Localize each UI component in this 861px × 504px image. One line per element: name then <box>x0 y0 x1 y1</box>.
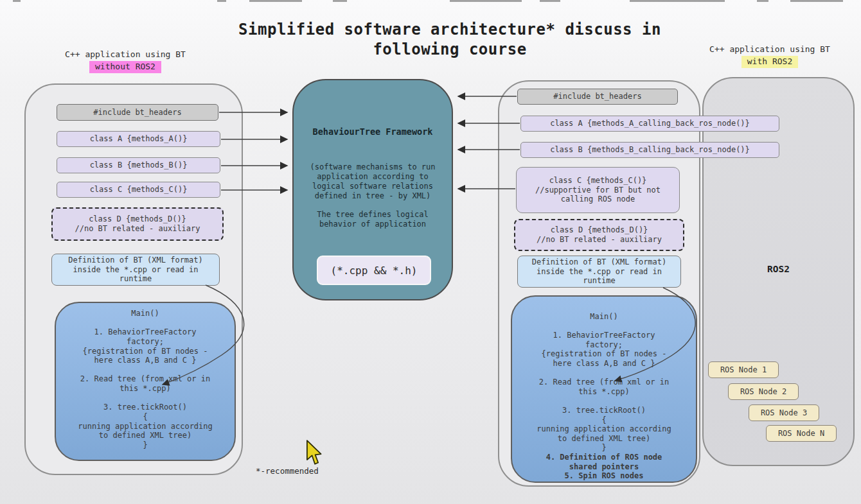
ros-node-n: ROS Node N <box>766 425 837 442</box>
bt-framework-description: (software mechanisms to run application … <box>294 162 452 201</box>
top-edge-artifact <box>757 0 768 2</box>
top-edge-artifact <box>450 0 522 2</box>
ros-node-3: ROS Node 3 <box>749 404 819 421</box>
top-edge-artifact <box>790 0 843 2</box>
right-main-ros-steps: 4. Definition of ROS node shared pointer… <box>512 453 696 481</box>
right-class-a-box: class A {methods_A_calling_back_ros_node… <box>520 116 779 132</box>
left-column-highlight: without ROS2 <box>89 61 161 73</box>
slide-title: Simplified software architecture* discus… <box>218 20 681 60</box>
right-definition-box: Definition of BT (XML format) inside the… <box>517 256 681 288</box>
left-class-d-box: class D {methods_D()} //no BT related - … <box>51 207 224 241</box>
right-class-b-box: class B {methods_B_calling_back_ros_node… <box>520 142 779 158</box>
footnote-recommended: *-recommended <box>256 466 319 476</box>
right-class-c-box: class C {methods_C()} //supportive for B… <box>516 167 680 213</box>
left-class-b-box: class B {methods_B()} <box>57 157 220 173</box>
right-include-box: #include bt_headers <box>517 89 678 105</box>
right-main-text: Main() 1. BehaviorTreeFactory factory; {… <box>537 312 671 453</box>
right-column-header: C++ application using BT with ROS2 <box>680 44 860 68</box>
left-definition-box: Definition of BT (XML format) inside the… <box>51 254 220 286</box>
right-main-box: Main() 1. BehaviorTreeFactory factory; {… <box>511 295 697 483</box>
right-column-highlight: with ROS2 <box>741 56 798 68</box>
top-edge-artifact <box>249 0 302 2</box>
top-edge-artifact <box>540 0 560 2</box>
bt-framework-box: BehaviourTree Framework (software mechan… <box>292 79 453 300</box>
mouse-cursor-icon <box>305 440 324 465</box>
left-class-c-box: class C {methods_C()} <box>57 182 220 198</box>
left-column-header-text: C++ application using BT <box>35 49 215 61</box>
left-include-box: #include bt_headers <box>57 104 218 121</box>
left-class-a-box: class A {methods_A()} <box>57 131 220 147</box>
ros-node-1: ROS Node 1 <box>708 361 779 378</box>
bt-framework-tree-note: The tree defines logical behavior of app… <box>294 210 452 229</box>
bt-framework-files-box: (*.cpp && *.h) <box>317 256 431 285</box>
right-class-d-box: class D {methods_D()} //no BT related - … <box>514 219 684 251</box>
left-column-header: C++ application using BT without ROS2 <box>35 49 215 73</box>
ros2-title: ROS2 <box>702 264 855 274</box>
slide-canvas: Simplified software architecture* discus… <box>0 0 861 504</box>
left-main-box: Main() 1. BehaviorTreeFactory factory; {… <box>55 302 236 461</box>
ros-node-2: ROS Node 2 <box>728 383 799 400</box>
top-edge-artifact <box>13 0 21 2</box>
top-edge-artifact <box>630 0 725 2</box>
top-edge-artifact <box>217 0 226 2</box>
bt-framework-title: BehaviourTree Framework <box>294 126 452 137</box>
right-column-header-text: C++ application using BT <box>680 44 860 56</box>
top-edge-artifact <box>333 0 347 2</box>
